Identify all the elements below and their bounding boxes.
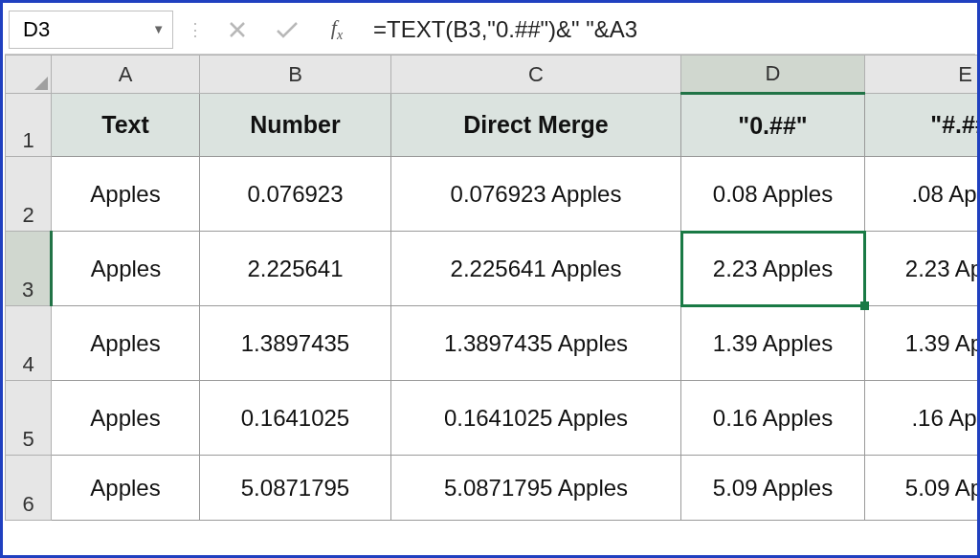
cell-C4[interactable]: 1.3897435 Apples — [391, 306, 681, 381]
x-icon — [228, 20, 247, 39]
cell-A3[interactable]: Apples — [52, 232, 200, 306]
cell-E4[interactable]: 1.39 Apples — [865, 306, 981, 381]
cell-E1[interactable]: "#.##" — [865, 94, 981, 157]
cell-B4[interactable]: 1.3897435 — [200, 306, 391, 381]
cell-B2[interactable]: 0.076923 — [200, 157, 391, 232]
cell-D1[interactable]: "0.##" — [681, 94, 865, 157]
cell-C5[interactable]: 0.1641025 Apples — [391, 381, 681, 456]
name-box[interactable]: D3 ▼ — [9, 11, 173, 49]
spreadsheet-grid[interactable]: A B C D E 1 Text Number Direct Merge "0.… — [5, 55, 975, 521]
cell-A6[interactable]: Apples — [52, 456, 200, 521]
cell-B5[interactable]: 0.1641025 — [200, 381, 391, 456]
table-row: 4 Apples 1.3897435 1.3897435 Apples 1.39… — [6, 306, 981, 381]
cell-A5[interactable]: Apples — [52, 381, 200, 456]
column-header-D[interactable]: D — [681, 56, 865, 94]
column-header-row: A B C D E — [6, 56, 981, 94]
cell-D2[interactable]: 0.08 Apples — [681, 157, 865, 232]
column-header-A[interactable]: A — [52, 56, 200, 94]
table-row: 6 Apples 5.0871795 5.0871795 Apples 5.09… — [6, 456, 981, 521]
cell-C1[interactable]: Direct Merge — [391, 94, 681, 157]
table-row: 5 Apples 0.1641025 0.1641025 Apples 0.16… — [6, 381, 981, 456]
formula-input[interactable] — [362, 11, 975, 48]
cell-D5[interactable]: 0.16 Apples — [681, 381, 865, 456]
select-all-corner[interactable] — [6, 56, 52, 94]
row-header-5[interactable]: 5 — [6, 381, 52, 456]
cell-D4[interactable]: 1.39 Apples — [681, 306, 865, 381]
table-row: 1 Text Number Direct Merge "0.##" "#.##" — [6, 94, 981, 157]
row-header-3[interactable]: 3 — [6, 232, 52, 306]
cell-D6[interactable]: 5.09 Apples — [681, 456, 865, 521]
cell-C6[interactable]: 5.0871795 Apples — [391, 456, 681, 521]
cell-E5[interactable]: .16 Apples — [865, 381, 981, 456]
cell-E3[interactable]: 2.23 Apples — [865, 232, 981, 306]
chevron-down-icon[interactable]: ▼ — [152, 22, 165, 36]
cell-A2[interactable]: Apples — [52, 157, 200, 232]
table-row: 3 Apples 2.225641 2.225641 Apples 2.23 A… — [6, 232, 981, 306]
table-row: 2 Apples 0.076923 0.076923 Apples 0.08 A… — [6, 157, 981, 232]
column-header-C[interactable]: C — [391, 56, 681, 94]
row-header-1[interactable]: 1 — [6, 94, 52, 157]
cell-A4[interactable]: Apples — [52, 306, 200, 381]
cell-A1[interactable]: Text — [52, 94, 200, 157]
row-header-4[interactable]: 4 — [6, 306, 52, 381]
cell-C2[interactable]: 0.076923 Apples — [391, 157, 681, 232]
cell-E6[interactable]: 5.09 Apples — [865, 456, 981, 521]
row-header-2[interactable]: 2 — [6, 157, 52, 232]
cell-B6[interactable]: 5.0871795 — [200, 456, 391, 521]
cell-B1[interactable]: Number — [200, 94, 391, 157]
column-header-E[interactable]: E — [865, 56, 981, 94]
row-header-6[interactable]: 6 — [6, 456, 52, 521]
separator-dots-icon: ⋮ — [177, 19, 212, 40]
cell-D3[interactable]: 2.23 Apples — [681, 232, 865, 306]
insert-function-button[interactable]: fx — [312, 11, 362, 49]
cell-B3[interactable]: 2.225641 — [200, 232, 391, 306]
cancel-formula-button[interactable] — [212, 11, 262, 49]
cell-E2[interactable]: .08 Apples — [865, 157, 981, 232]
column-header-B[interactable]: B — [200, 56, 391, 94]
fill-handle[interactable] — [860, 301, 869, 310]
name-box-value: D3 — [23, 17, 50, 42]
fx-icon: fx — [331, 15, 343, 43]
check-icon — [275, 20, 300, 39]
cell-D3-value: 2.23 Apples — [713, 256, 833, 281]
formula-bar: D3 ▼ ⋮ fx — [5, 5, 975, 55]
cell-C3[interactable]: 2.225641 Apples — [391, 232, 681, 306]
enter-formula-button[interactable] — [262, 11, 312, 49]
